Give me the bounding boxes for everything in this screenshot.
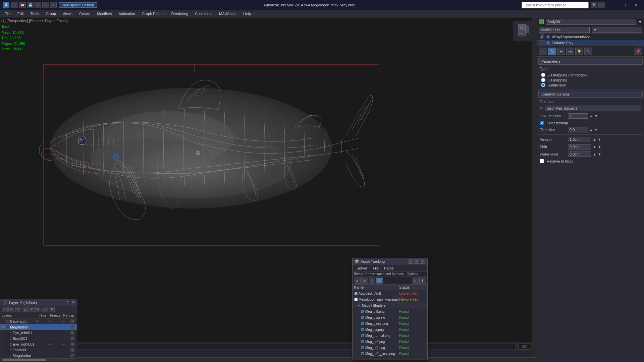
viewport-label[interactable]: [+] [Perspective] [Shaded+Edged Faces]: [1, 19, 68, 23]
filter-blur-spinner-down[interactable]: ▼: [594, 128, 598, 132]
layer-help-btn[interactable]: ?: [66, 301, 68, 305]
shift-spinner-down[interactable]: ▼: [598, 145, 601, 149]
texture-chan-spinner-up[interactable]: ▲: [589, 114, 593, 118]
at-row[interactable]: 🖼 Meg_refl.png Found: [353, 339, 427, 345]
at-tb-4[interactable]: ☰: [376, 278, 383, 284]
tab-display-btn[interactable]: 💡: [575, 48, 583, 55]
layer-item[interactable]: ◻ Eye_right001 — — 🎥: [0, 341, 77, 347]
modifier-list-dropdown-arrow[interactable]: ▼: [592, 27, 642, 33]
layer-item[interactable]: ◻ Body001 — — 🎥: [0, 336, 77, 341]
menu-edit[interactable]: Edit: [14, 11, 27, 16]
water-level-input[interactable]: [568, 152, 591, 157]
at-minimize-btn[interactable]: –: [408, 259, 413, 264]
viewport-scrollbar-h[interactable]: [0, 357, 537, 362]
at-scrollbar[interactable]: [353, 357, 427, 360]
water-level-spinner-down[interactable]: ▼: [598, 152, 601, 156]
modifier-editable-poly[interactable]: ✓ Editable Poly: [537, 40, 644, 46]
save-btn[interactable]: 💾: [27, 2, 34, 8]
at-tb-2[interactable]: ⊞: [361, 278, 368, 284]
shift-spinner-up[interactable]: ▲: [593, 145, 596, 149]
menu-graph-editors[interactable]: Graph Editors: [139, 11, 168, 16]
layer-hide-all-btn[interactable]: 👁: [29, 307, 35, 312]
close-button[interactable]: ✕: [631, 2, 641, 8]
filter-texmap-checkbox[interactable]: [540, 121, 544, 125]
search-input[interactable]: [522, 2, 589, 8]
object-color-swatch[interactable]: [539, 19, 544, 24]
layer-item[interactable]: ⬛ 0 (default) ✓ — — 🎥: [0, 318, 77, 324]
at-row[interactable]: 📄 Megalodon_max_vray.max Network Pat: [353, 296, 427, 302]
timeline-bar[interactable]: [12, 344, 516, 349]
amount-spinner-up[interactable]: ▲: [593, 137, 596, 141]
tab-modify-btn[interactable]: 🔧: [548, 48, 556, 55]
viewport-gizmo[interactable]: Top Front: [513, 21, 533, 41]
layer-settings-btn[interactable]: ⚙: [49, 307, 55, 312]
tab-hierarchy-btn[interactable]: ⊢: [557, 48, 565, 55]
filter-blur-spinner-up[interactable]: ▲: [589, 128, 593, 132]
amount-input[interactable]: [568, 137, 591, 142]
at-restore-btn[interactable]: □: [414, 259, 419, 264]
texture-chan-input[interactable]: [568, 113, 588, 119]
at-refresh-btn[interactable]: ↻: [412, 278, 419, 284]
viewport-scrollbar-v[interactable]: [532, 17, 537, 357]
texture-chan-spinner-down[interactable]: ▼: [594, 114, 598, 118]
render-settings-btn[interactable]: ⚙: [50, 2, 57, 8]
viewport[interactable]: [+] [Perspective] [Shaded+Edged Faces] T…: [0, 17, 537, 362]
at-bitmap-perf[interactable]: Bitmap Performance and Memory: [354, 272, 404, 276]
layer-scrollbar[interactable]: [0, 358, 77, 362]
radio-3d-input[interactable]: [541, 78, 545, 82]
new-btn[interactable]: □: [11, 2, 18, 8]
menu-group[interactable]: Group: [42, 11, 59, 16]
menu-maxscript[interactable]: MAXScript: [216, 11, 240, 16]
menu-modifiers[interactable]: Modifiers: [94, 11, 115, 16]
open-btn[interactable]: 📂: [19, 2, 26, 8]
at-menu-file[interactable]: File: [370, 266, 381, 270]
at-options[interactable]: Options: [407, 272, 418, 276]
at-tb-3[interactable]: ⊟: [369, 278, 375, 284]
at-menu-server[interactable]: Server: [354, 266, 370, 270]
at-row[interactable]: 🖼 Meg_ior.png Found: [353, 326, 427, 333]
at-tb-1[interactable]: ≡: [354, 278, 361, 284]
layer-new-btn[interactable]: +: [2, 307, 8, 312]
at-info-btn[interactable]: ℹ: [419, 278, 426, 284]
layer-render-all-btn[interactable]: 🎥: [42, 307, 48, 312]
layer-close-btn[interactable]: ✕: [72, 300, 75, 305]
help-btn[interactable]: ?: [598, 2, 605, 8]
disp-value[interactable]: Disp (Meg_disp.exr): [545, 106, 641, 111]
maximize-button[interactable]: □: [619, 2, 629, 8]
tab-create-btn[interactable]: ◻: [539, 48, 547, 55]
menu-tools[interactable]: Tools: [27, 11, 43, 16]
common-params-title[interactable]: Common params: [538, 91, 643, 98]
layer-item[interactable]: ◻ Eye_left001 — — 🎥: [0, 330, 77, 336]
at-row[interactable]: ▼ Maps / Shaders: [353, 302, 427, 308]
at-row[interactable]: 🏦 Autodesk Vault Logged Out: [353, 290, 427, 296]
minimize-button[interactable]: –: [607, 2, 617, 8]
menu-create[interactable]: Create: [76, 11, 94, 16]
workspace-selector[interactable]: Workspace: Default: [59, 2, 97, 8]
at-menu-paths[interactable]: Paths: [381, 266, 396, 270]
at-row[interactable]: 🖼 Meg_normal.png Found: [353, 333, 427, 339]
menu-customize[interactable]: Customize: [192, 11, 216, 16]
layer-item[interactable]: ▼ ⬛ Megalodon — — 🎥: [0, 324, 77, 330]
at-row[interactable]: 🖼 Meg_refr.png Found: [353, 345, 427, 351]
timeline-end-frame[interactable]: 100: [518, 344, 530, 350]
undo-btn[interactable]: ↩: [35, 2, 41, 8]
at-row[interactable]: 🖼 Meg_disp.exr Found: [353, 314, 427, 320]
at-row[interactable]: 🖼 Meg_gloss.png Found: [353, 320, 427, 326]
layer-delete-btn[interactable]: ✕: [8, 307, 14, 312]
params-section-title[interactable]: Parameters: [538, 58, 643, 65]
redo-btn[interactable]: ↪: [42, 2, 49, 8]
pin-btn[interactable]: 📌: [634, 48, 642, 55]
search-button[interactable]: 🔍: [591, 2, 597, 8]
shift-input[interactable]: [568, 144, 591, 149]
menu-animation[interactable]: Animation: [115, 11, 139, 16]
tab-utilities-btn[interactable]: 🔨: [584, 48, 592, 55]
tab-motion-btn[interactable]: ⏭: [566, 48, 574, 55]
layer-select-obj-btn[interactable]: ◻: [22, 307, 28, 312]
layer-item[interactable]: ◻ Tooth001 — — 🎥: [0, 347, 77, 353]
menu-help[interactable]: Help: [240, 11, 254, 16]
timeline[interactable]: 0 100: [0, 343, 532, 350]
menu-views[interactable]: Views: [59, 11, 76, 16]
menu-file[interactable]: File: [1, 11, 14, 16]
filter-blur-input[interactable]: [568, 127, 588, 132]
radio-2d-input[interactable]: [541, 73, 545, 77]
